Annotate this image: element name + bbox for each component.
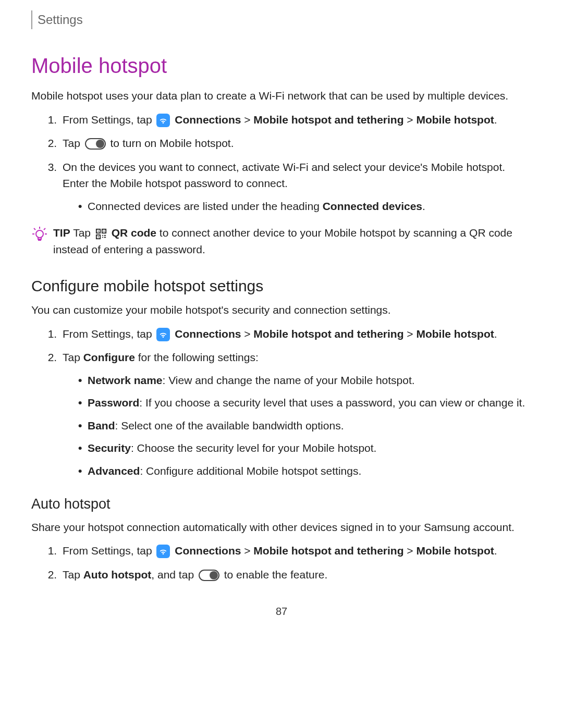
cfg-sec-b: Security	[88, 442, 131, 454]
auto-s2-post: to enable the feature.	[221, 569, 327, 581]
period: .	[494, 545, 497, 557]
page-number: 87	[31, 603, 532, 619]
sep: >	[241, 114, 253, 126]
step-3-sub-pre: Connected devices are listed under the h…	[88, 200, 323, 212]
cfg-s1-hotspot: Mobile hotspot	[416, 328, 494, 340]
config-step-2: Tap Configure for the following settings…	[60, 349, 532, 479]
auto-s1-tethering: Mobile hotspot and tethering	[253, 545, 403, 557]
cfg-s1-tethering: Mobile hotspot and tethering	[253, 328, 403, 340]
cfg-pwd-b: Password	[88, 397, 139, 409]
auto-intro: Share your hotspot connection automatica…	[31, 519, 532, 536]
step-3-sublist: Connected devices are listed under the h…	[63, 198, 532, 215]
cfg-item-security: Security: Choose the security level for …	[78, 440, 532, 456]
period: .	[422, 200, 425, 212]
step-1-hotspot: Mobile hotspot	[416, 114, 494, 126]
cfg-s2-pre: Tap	[63, 351, 83, 363]
cfg-band-t: : Select one of the available bandwidth …	[115, 419, 344, 431]
svg-line-8	[34, 228, 35, 230]
auto-s2-mid: , and tap	[151, 569, 197, 581]
tip-qr-bold: QR code	[112, 227, 156, 239]
step-2-post: to turn on Mobile hotspot.	[107, 137, 234, 149]
step-2: Tap to turn on Mobile hotspot.	[60, 135, 532, 152]
step-1-tethering: Mobile hotspot and tethering	[253, 114, 403, 126]
tip-block: TIP Tap QR code to connect another devic…	[31, 225, 532, 257]
wifi-icon	[156, 114, 170, 127]
cfg-pwd-t: : If you choose a security level that us…	[139, 397, 525, 409]
cfg-s2-post: for the following settings:	[135, 351, 259, 363]
configure-steps: From Settings, tap Connections > Mobile …	[31, 326, 532, 479]
cfg-s1-connections: Connections	[175, 328, 241, 340]
wifi-icon	[156, 545, 170, 558]
svg-rect-13	[103, 231, 104, 232]
svg-rect-11	[97, 231, 99, 232]
sep: >	[241, 328, 253, 340]
svg-rect-19	[104, 237, 106, 238]
step-3-text: On the devices you want to connect, acti…	[63, 161, 505, 190]
step-1-text: From Settings, tap	[63, 114, 155, 126]
svg-point-0	[36, 230, 43, 238]
cfg-sec-t: : Choose the security level for your Mob…	[131, 442, 377, 454]
svg-rect-16	[102, 235, 103, 236]
steps-list-main: From Settings, tap Connections > Mobile …	[31, 112, 532, 215]
toggle-icon	[85, 138, 106, 150]
cfg-band-b: Band	[88, 419, 115, 431]
svg-line-5	[44, 228, 45, 230]
sep: >	[404, 114, 417, 126]
svg-rect-15	[97, 237, 99, 238]
cfg-item-advanced: Advanced: Configure additional Mobile ho…	[78, 463, 532, 479]
svg-rect-17	[104, 235, 105, 236]
auto-steps: From Settings, tap Connections > Mobile …	[31, 542, 532, 583]
period: .	[494, 328, 497, 340]
page-title: Mobile hotspot	[31, 50, 532, 81]
svg-rect-18	[102, 237, 103, 238]
auto-s1-hotspot: Mobile hotspot	[416, 545, 494, 557]
step-3: On the devices you want to connect, acti…	[60, 159, 532, 215]
cfg-item-network: Network name: View and change the name o…	[78, 372, 532, 389]
step-1-connections: Connections	[175, 114, 241, 126]
auto-step-2: Tap Auto hotspot, and tap to enable the …	[60, 566, 532, 583]
auto-step-1: From Settings, tap Connections > Mobile …	[60, 542, 532, 559]
auto-s2-bold: Auto hotspot	[83, 569, 152, 581]
sep: >	[404, 545, 417, 557]
breadcrumb: Settings	[31, 10, 532, 29]
sep: >	[404, 328, 417, 340]
step-3-sub: Connected devices are listed under the h…	[78, 198, 532, 215]
auto-s1-pre: From Settings, tap	[63, 545, 155, 557]
cfg-item-band: Band: Select one of the available bandwi…	[78, 417, 532, 434]
cfg-net-t: : View and change the name of your Mobil…	[163, 374, 415, 386]
toggle-icon	[199, 570, 219, 581]
auto-s2-pre: Tap	[63, 569, 83, 581]
config-step-1: From Settings, tap Connections > Mobile …	[60, 326, 532, 342]
step-2-pre: Tap	[63, 137, 83, 149]
cfg-s1-pre: From Settings, tap	[63, 328, 155, 340]
configure-intro: You can customize your mobile hotspot's …	[31, 302, 532, 318]
config-items: Network name: View and change the name o…	[63, 372, 532, 479]
lightbulb-icon	[31, 226, 48, 242]
cfg-adv-b: Advanced	[88, 465, 140, 477]
qr-icon	[95, 228, 107, 239]
step-3-sub-bold: Connected devices	[323, 200, 422, 212]
svg-rect-20	[105, 235, 106, 236]
tip-content: TIP Tap QR code to connect another devic…	[53, 225, 532, 257]
cfg-adv-t: : Configure additional Mobile hotspot se…	[140, 465, 361, 477]
cfg-net-b: Network name	[88, 374, 163, 386]
tip-label: TIP	[53, 227, 70, 239]
wifi-icon	[156, 328, 170, 341]
configure-heading: Configure mobile hotspot settings	[31, 274, 532, 298]
sep: >	[241, 545, 253, 557]
tip-pre: Tap	[70, 227, 94, 239]
intro-paragraph: Mobile hotspot uses your data plan to cr…	[31, 88, 532, 104]
step-1: From Settings, tap Connections > Mobile …	[60, 112, 532, 128]
period: .	[494, 114, 497, 126]
auto-heading: Auto hotspot	[31, 493, 532, 515]
cfg-s2-bold: Configure	[83, 351, 135, 363]
cfg-item-password: Password: If you choose a security level…	[78, 394, 532, 411]
auto-s1-connections: Connections	[175, 545, 241, 557]
